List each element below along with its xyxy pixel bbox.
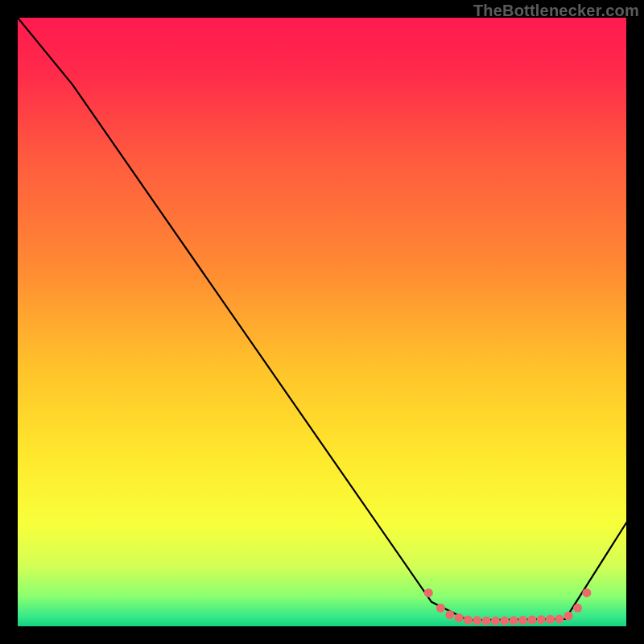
marker-dot <box>500 617 509 625</box>
marker-dot <box>555 614 564 623</box>
marker-dot <box>564 612 573 621</box>
chart-frame <box>18 18 626 626</box>
marker-dot <box>436 604 445 613</box>
marker-dot <box>464 616 473 625</box>
marker-dot <box>455 613 464 622</box>
marker-dot <box>491 617 500 625</box>
watermark-text: TheBottlenecker.com <box>473 2 639 20</box>
marker-dot <box>445 610 454 619</box>
marker-dot <box>527 616 536 625</box>
marker-dot <box>473 616 481 625</box>
marker-dot <box>424 588 433 597</box>
gradient-backdrop <box>18 18 626 626</box>
marker-dot <box>537 615 546 624</box>
marker-dot <box>546 615 555 624</box>
marker-dot <box>582 588 591 597</box>
marker-dot <box>518 616 527 625</box>
bottleneck-chart <box>18 18 626 626</box>
marker-dot <box>573 604 582 613</box>
marker-dot <box>482 617 491 625</box>
marker-dot <box>510 616 518 625</box>
